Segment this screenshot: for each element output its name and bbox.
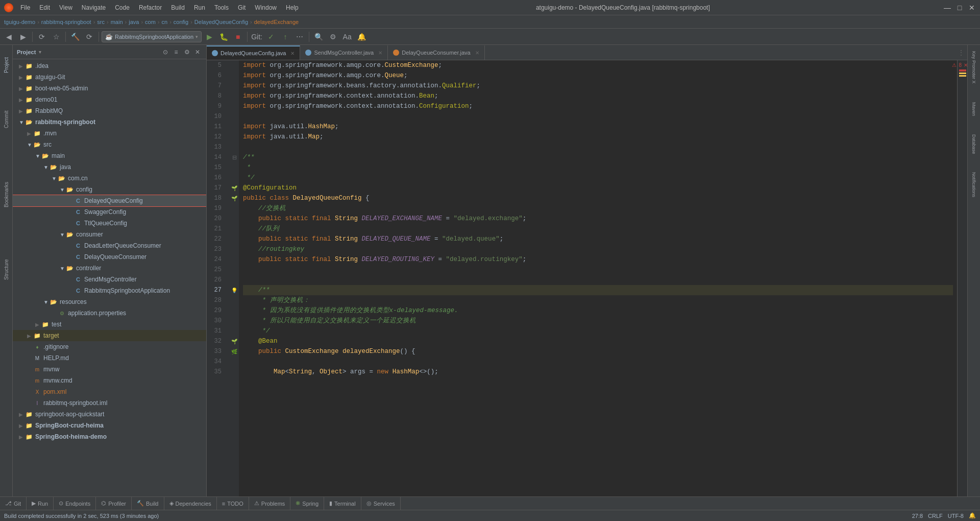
tree-config[interactable]: ▼ 📂 config xyxy=(13,184,206,195)
tab-send-msg-controller[interactable]: SendMsgController.java ✕ xyxy=(300,45,388,60)
notification-button[interactable]: 🔔 xyxy=(355,30,368,43)
cursor-position[interactable]: 27:8 xyxy=(912,513,923,519)
tree-swagger-config[interactable]: ▶ C SwaggerConfig xyxy=(13,206,206,218)
run-config-dropdown[interactable]: ☕ RabbitmqSpringbootApplication ▾ xyxy=(102,31,202,42)
tab-delay-queue-consumer[interactable]: DelayQueueConsumer.java ✕ xyxy=(388,45,485,60)
menu-window[interactable]: Window xyxy=(251,3,281,12)
bottom-tab-todo[interactable]: ≡ TODO xyxy=(217,497,249,510)
key-promoter-tab[interactable]: Key Promoter X xyxy=(971,47,976,88)
tree-mvnw[interactable]: ▶ m mvnw xyxy=(13,364,206,375)
tree-demo01[interactable]: ▶ 📁 demo01 xyxy=(13,94,206,105)
tree-rabbitmq[interactable]: ▶ 📁 RabbitMQ xyxy=(13,105,206,116)
tree-mvnw-cmd[interactable]: ▶ m mvnw.cmd xyxy=(13,375,206,386)
tree-main[interactable]: ▼ 📂 main xyxy=(13,150,206,161)
bottom-tab-build[interactable]: 🔨 Build xyxy=(132,497,164,510)
bottom-tab-profiler[interactable]: ⌬ Profiler xyxy=(96,497,132,510)
tree-test[interactable]: ▶ 📁 test xyxy=(13,319,206,330)
project-dropdown-icon[interactable]: ▾ xyxy=(39,50,41,55)
project-tab[interactable]: Project xyxy=(1,47,12,83)
project-tool-collapse[interactable]: ≡ xyxy=(172,48,181,57)
bottom-tab-endpoints[interactable]: ⊙ Endpoints xyxy=(54,497,96,510)
menu-refactor[interactable]: Refactor xyxy=(135,3,166,12)
bc-project[interactable]: tguigu-demo xyxy=(4,19,35,25)
tree-rabbitmq-springboot[interactable]: ▼ 📂 rabbitmq-springboot xyxy=(13,116,206,128)
bc-java[interactable]: java xyxy=(129,19,139,25)
tab-close-icon[interactable]: ✕ xyxy=(475,50,479,56)
menu-view[interactable]: View xyxy=(55,3,77,12)
git-commit-button[interactable]: ✓ xyxy=(264,30,278,43)
tab-overflow-button[interactable]: ⋮ xyxy=(955,45,967,60)
git-button[interactable]: Git: xyxy=(250,30,263,43)
search-button[interactable]: 🔍 xyxy=(312,30,325,43)
bc-method[interactable]: delayedExchange xyxy=(254,19,299,25)
back-button[interactable]: ◀ xyxy=(2,30,15,43)
tree-target[interactable]: ▶ 📁 target xyxy=(13,330,206,341)
menu-code[interactable]: Code xyxy=(111,3,134,12)
menu-run[interactable]: Run xyxy=(190,3,209,12)
project-tool-settings[interactable]: ⚙ xyxy=(182,48,191,57)
maximize-button[interactable]: □ xyxy=(955,4,964,12)
tree-pom-xml[interactable]: ▶ X pom.xml xyxy=(13,386,206,397)
project-tool-locate[interactable]: ⊙ xyxy=(161,48,170,57)
menu-help[interactable]: Help xyxy=(282,3,303,12)
build-project-button[interactable]: 🔨 xyxy=(68,30,82,43)
bc-module[interactable]: rabbitmq-springboot xyxy=(41,19,91,25)
tree-com-cn[interactable]: ▼ 📂 com.cn xyxy=(13,173,206,184)
stop-button[interactable]: ■ xyxy=(231,30,244,43)
project-tool-close[interactable]: ✕ xyxy=(193,48,202,57)
tree-gitignore[interactable]: ▶ ♦ .gitignore xyxy=(13,341,206,352)
tree-java[interactable]: ▼ 📂 java xyxy=(13,161,206,173)
code-content[interactable]: import org.springframework.amqp.core.Cus… xyxy=(239,60,957,496)
menu-file[interactable]: File xyxy=(16,3,34,12)
database-tab[interactable]: Database xyxy=(971,130,976,158)
forward-button[interactable]: ▶ xyxy=(16,30,30,43)
tree-atguigu-git[interactable]: ▶ 📁 atguigu-Git xyxy=(13,72,206,83)
tab-close-icon[interactable]: ✕ xyxy=(290,51,295,56)
tree-ttl-queue-config[interactable]: ▶ C TtlQueueConfig xyxy=(13,218,206,229)
tree-boot-web[interactable]: ▶ 📁 boot-web-05-admin xyxy=(13,83,206,94)
tree-resources[interactable]: ▼ 📂 resources xyxy=(13,296,206,307)
line-ending[interactable]: CRLF xyxy=(928,513,943,519)
tree-delay-queue-consumer[interactable]: ▶ C DelayQueueConsumer xyxy=(13,251,206,263)
tree-send-msg-controller[interactable]: ▶ C SendMsgController xyxy=(13,274,206,285)
tree-controller[interactable]: ▼ 📂 controller xyxy=(13,263,206,274)
bookmark-button[interactable]: ☆ xyxy=(50,30,63,43)
bc-config[interactable]: config xyxy=(174,19,188,25)
menu-git[interactable]: Git xyxy=(234,3,250,12)
structure-tab[interactable]: Structure xyxy=(1,254,12,285)
tree-mvn[interactable]: ▶ 📁 .mvn xyxy=(13,128,206,139)
menu-edit[interactable]: Edit xyxy=(35,3,54,12)
tree-src[interactable]: ▼ 📂 src xyxy=(13,139,206,150)
minimize-button[interactable]: — xyxy=(943,4,951,12)
bottom-tab-problems[interactable]: ⚠ Problems xyxy=(249,497,290,510)
bottom-tab-spring[interactable]: ❋ Spring xyxy=(290,497,324,510)
bookmarks-tab[interactable]: Bookmarks xyxy=(1,177,12,212)
bottom-tab-services[interactable]: ◎ Services xyxy=(361,497,401,510)
tree-springboot-heima[interactable]: ▶ 📁 SpringBoot-heima-demo xyxy=(13,431,206,442)
settings-button[interactable]: ⚙ xyxy=(326,30,339,43)
notifications-tab[interactable]: Notifications xyxy=(971,168,976,201)
bc-class[interactable]: DelayedQueueConfig xyxy=(194,19,248,25)
bottom-tab-run[interactable]: ▶ Run xyxy=(27,497,54,510)
tree-dead-letter[interactable]: ▶ C DeadLetterQueueConsumer xyxy=(13,240,206,251)
tree-rabbitmq-app[interactable]: ▶ C RabbitmqSpringbootApplication xyxy=(13,285,206,296)
debug-button[interactable]: 🐛 xyxy=(217,30,230,43)
tree-idea[interactable]: ▶ 📁 .idea xyxy=(13,60,206,72)
refresh-button[interactable]: ⟳ xyxy=(35,30,48,43)
translate-button[interactable]: Aa xyxy=(340,30,354,43)
tree-springboot-crud[interactable]: ▶ 📁 SpringBoot-crud-heima xyxy=(13,420,206,431)
maven-tab[interactable]: Maven xyxy=(971,98,976,120)
run-button[interactable]: ▶ xyxy=(203,30,216,43)
bc-com[interactable]: com xyxy=(145,19,156,25)
tree-iml[interactable]: ▶ I rabbitmq-springboot.iml xyxy=(13,397,206,409)
sync-button[interactable]: ⟳ xyxy=(83,30,96,43)
commit-tab[interactable]: Commit xyxy=(1,104,12,135)
tree-consumer[interactable]: ▼ 📂 consumer xyxy=(13,229,206,240)
tree-delayed-queue-config[interactable]: ▶ C DelayedQueueConfig xyxy=(13,195,206,206)
bc-cn[interactable]: cn xyxy=(162,19,168,25)
bc-main[interactable]: main xyxy=(111,19,123,25)
bottom-tab-git[interactable]: ⎇ Git xyxy=(0,497,27,510)
bottom-tab-dependencies[interactable]: ◈ Dependencies xyxy=(164,497,217,510)
tab-close-icon[interactable]: ✕ xyxy=(378,50,382,56)
close-button[interactable]: ✕ xyxy=(968,4,976,12)
